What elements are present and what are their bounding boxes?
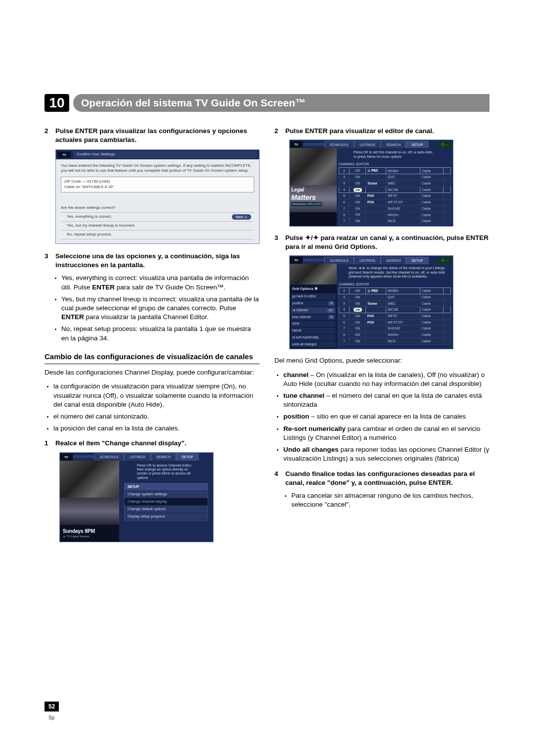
- close-x-icon[interactable]: ✖: [314, 286, 318, 291]
- list-item: Yes, everything is correct: visualiza un…: [61, 274, 260, 291]
- table-row[interactable]: 2ON◉ PBSWGBHCable: [339, 288, 451, 294]
- tab-listings[interactable]: LISTINGS: [354, 257, 381, 264]
- table-row[interactable]: 7ONSHOHDCable: [339, 205, 451, 212]
- chapter-number: 10: [44, 94, 69, 112]
- tab-schedule[interactable]: SCHEDULE: [324, 141, 354, 148]
- step-3: 3 Seleccione una de las opciones y, a co…: [44, 252, 260, 270]
- tv-tabs: TV SCHEDULE LISTINGS SEARCH SETUP: [60, 453, 213, 461]
- go-cancel[interactable]: cancel: [291, 328, 336, 334]
- up-down-icon: ✦/✦: [305, 234, 319, 241]
- tab-search[interactable]: SEARCH: [381, 141, 406, 148]
- step-text: Pulse ✦/✦ para realzar un canal y, a con…: [285, 234, 490, 251]
- step-number: 2: [274, 127, 285, 136]
- tab-setup[interactable]: SETUP: [406, 257, 428, 264]
- step-number: 2: [44, 127, 55, 144]
- setup-item[interactable]: Change default options: [125, 506, 208, 513]
- table-row[interactable]: 5ONFOXWFXTCable: [339, 193, 451, 199]
- tvguide-logo-icon: TV: [290, 257, 303, 264]
- editor-hint: Press OK to set this channel to on, off,…: [354, 150, 436, 159]
- page-number: 52: [44, 702, 59, 711]
- step-text: Realce el ítem "Change channel display".: [55, 439, 260, 448]
- confirm-option-2[interactable]: Yes, but my channel lineup is incorrect.: [61, 222, 254, 231]
- grid-options-panel: Grid Options ✖ go back to editor positio…: [290, 284, 337, 349]
- spacer: [304, 259, 324, 262]
- table-row[interactable]: 5ONFOXWFXTCable: [339, 313, 451, 319]
- tab-schedule[interactable]: SCHEDULE: [94, 453, 124, 460]
- list-item: la posición del canal en la lista de can…: [53, 424, 260, 433]
- list-item: position – sitio en que el canal aparece…: [283, 412, 490, 421]
- channel-grid[interactable]: 2ON◉ PBSWGBHCable3ONQVCCable4ONTurnerWBZ…: [339, 287, 451, 345]
- go-undo[interactable]: undo all changes: [291, 341, 336, 348]
- channel-grid[interactable]: 2ON◉ PBSWGBHCable3ONQVCCable4ONTurnerWBZ…: [339, 167, 451, 225]
- table-row[interactable]: 3ONQVCCable: [339, 174, 451, 181]
- go-position[interactable]: position4: [291, 300, 336, 307]
- step-4r: 4 Cuando finalice todas las configuracio…: [274, 470, 490, 487]
- table-row[interactable]: 4ONTurnerWBZCable: [339, 180, 451, 187]
- table-row[interactable]: 6ONFOXWFXT-DTCable: [339, 319, 451, 326]
- tab-setup[interactable]: SETUP: [176, 453, 198, 460]
- setup-item[interactable]: Change system settings: [125, 491, 208, 498]
- list-item: la configuración de visualización para v…: [53, 382, 260, 409]
- table-row[interactable]: 7ONNICKCable: [339, 338, 451, 344]
- setup-item-selected[interactable]: Change channel display: [125, 498, 208, 506]
- confirm-option-3[interactable]: No, repeat setup process.: [61, 231, 254, 239]
- step-number: 1: [44, 439, 55, 448]
- grid-options-pane: Grid Options ✖ go back to editor positio…: [290, 264, 337, 349]
- table-row[interactable]: 7ONNICKCable: [339, 218, 451, 225]
- confirm-option-1[interactable]: Yes, everything is correct. Next ▷: [61, 212, 254, 222]
- editor-title: CHANNEL EDITOR: [339, 282, 451, 286]
- editor-right: Move ◄/► to change the status of the cha…: [337, 264, 453, 349]
- preview-pane: Sundays 8PM on TG Digital Network: [60, 461, 119, 542]
- confirm-titlebar: TV Confirm Your Settings: [56, 150, 259, 159]
- table-row[interactable]: 6ONFOXWFXT-DTCable: [339, 199, 451, 205]
- preview-pane: LegalMatters Wednesdays 9:00 on TLN: [290, 148, 337, 226]
- go-done[interactable]: done: [291, 321, 336, 327]
- setup-menu-screenshot: TV SCHEDULE LISTINGS SEARCH SETUP Sunday…: [59, 452, 214, 542]
- tab-search[interactable]: SEARCH: [151, 453, 176, 460]
- tv-body: Grid Options ✖ go back to editor positio…: [290, 264, 453, 349]
- table-row[interactable]: 2ON◉ PBSWGBHCable: [339, 168, 451, 174]
- confirm-zip: ZIP Code — 01730 (USA): [64, 179, 251, 185]
- editor-right: Press OK to set this channel to on, off,…: [337, 148, 453, 226]
- tv-body: LegalMatters Wednesdays 9:00 on TLN Pres…: [290, 148, 453, 226]
- tab-listings[interactable]: LISTINGS: [354, 141, 381, 148]
- setup-list: SETUP Change system settings Change chan…: [124, 483, 208, 521]
- setup-header: SETUP: [125, 483, 208, 490]
- page-language: Sp: [48, 715, 54, 720]
- table-row[interactable]: 9ONWHDHCable: [339, 212, 451, 218]
- tvguide-logo-icon: TV: [290, 141, 303, 148]
- tab-listings[interactable]: LISTINGS: [124, 453, 151, 460]
- tab-setup[interactable]: SETUP: [406, 141, 428, 148]
- go-back[interactable]: go back to editor: [291, 293, 336, 300]
- step-number: 4: [274, 470, 285, 487]
- table-row[interactable]: 3ONQVCCable: [339, 294, 451, 300]
- tab-search[interactable]: SEARCH: [381, 257, 406, 264]
- table-row[interactable]: 9ONWHDHCable: [339, 332, 451, 338]
- list-item: el número del canal sintonizado.: [53, 412, 260, 421]
- go-resort[interactable]: re-sort numerically: [291, 334, 336, 341]
- option-label: Yes, everything is correct.: [67, 214, 112, 220]
- right-column: 2 Pulse ENTER para visualizar el editor …: [274, 127, 490, 549]
- setup-right: Press OK to access Channel Editor, then …: [119, 461, 213, 542]
- info-badge-icon: ⓘ ···: [438, 258, 451, 263]
- tv-tabs: TV SCHEDULE LISTINGS SEARCH SETUP ⓘ ···: [290, 140, 453, 148]
- step-4r-bullets: Para cancelar sin almacenar ninguno de l…: [274, 491, 490, 509]
- next-button[interactable]: Next ▷: [232, 214, 251, 220]
- setup-item[interactable]: Display setup progress: [125, 513, 208, 520]
- table-row[interactable]: 4ONWCVBCable: [339, 187, 451, 192]
- confirm-cable: Cable on "ANYCABLE A 10": [64, 185, 251, 190]
- table-row[interactable]: 4ONTurnerWBZCable: [339, 300, 451, 307]
- step-2r: 2 Pulse ENTER para visualizar el editor …: [274, 127, 490, 136]
- tab-schedule[interactable]: SCHEDULE: [324, 257, 354, 264]
- table-row[interactable]: 7ONSHOHDCable: [339, 326, 451, 332]
- spacer: [304, 143, 324, 146]
- go-tune[interactable]: tune channel5: [291, 314, 336, 321]
- step-text: Pulse ENTER para visualizar el editor de…: [285, 127, 490, 136]
- grid-options-bullets: channel – On (visualizar en la lista de …: [274, 371, 490, 464]
- list-item: channel – On (visualizar en la lista de …: [283, 371, 490, 388]
- confirm-title: Confirm Your Settings: [74, 151, 257, 158]
- table-row[interactable]: 4ONWCVBCable: [339, 307, 451, 313]
- go-channel[interactable]: ◄ channelon: [291, 307, 336, 314]
- show-title: LegalMatters: [291, 187, 316, 202]
- option-label: Yes, but my channel lineup is incorrect.: [67, 223, 135, 229]
